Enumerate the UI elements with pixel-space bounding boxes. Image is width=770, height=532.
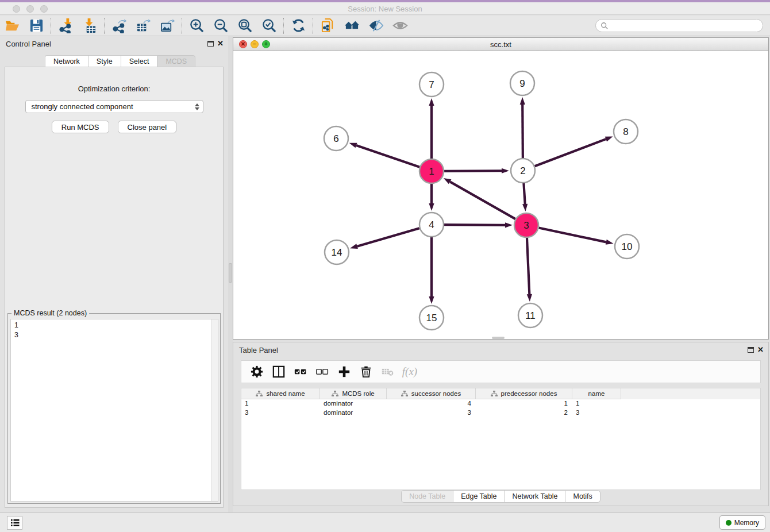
network-canvas[interactable]: 7968124314101511 <box>233 51 768 339</box>
edge-arrowhead <box>606 240 614 245</box>
column-header-name[interactable]: name <box>572 388 621 399</box>
table-body: 1dominator4113dominator323 <box>241 399 760 418</box>
save-session-button[interactable] <box>24 16 48 36</box>
open-session-button[interactable] <box>0 16 24 36</box>
eye-icon <box>392 18 408 33</box>
delete-columns-button[interactable] <box>355 362 377 381</box>
memory-button[interactable]: Memory <box>719 515 765 530</box>
cell-successor-nodes[interactable]: 4 <box>387 399 476 408</box>
export-table-button[interactable] <box>131 16 155 36</box>
column-header-predecessor-nodes[interactable]: predecessor nodes <box>476 388 572 399</box>
divider-grip[interactable] <box>229 263 232 283</box>
search-box[interactable] <box>595 19 763 32</box>
tab-mcds[interactable]: MCDS <box>157 55 195 67</box>
edge-4-14[interactable] <box>357 228 419 246</box>
edge-1-2[interactable] <box>444 171 502 171</box>
edge-4-3[interactable] <box>444 225 505 225</box>
node-label-4: 4 <box>429 219 434 230</box>
hide-panel-button[interactable] <box>388 16 412 36</box>
cell-shared-name[interactable]: 3 <box>241 408 320 418</box>
result-line: 1 <box>14 321 218 330</box>
cell-predecessor-nodes[interactable]: 2 <box>476 408 572 418</box>
close-panel-icon[interactable]: ✕ <box>217 39 224 48</box>
function-builder-button[interactable]: f(x) <box>399 362 421 381</box>
cell-name[interactable]: 3 <box>572 408 621 418</box>
cell-name[interactable]: 1 <box>572 399 621 408</box>
mcds-panel-body: Optimization criterion: strongly connect… <box>5 67 224 508</box>
tab-network-table[interactable]: Network Table <box>505 490 565 503</box>
result-scrollbar[interactable] <box>211 319 218 501</box>
trash-icon <box>360 365 372 378</box>
panel-divider[interactable] <box>228 36 233 512</box>
network-view-window: ✕ − + scc.txt 7968124314101511 <box>233 37 769 340</box>
edge-3-1[interactable] <box>450 182 515 219</box>
select-all-columns-button[interactable] <box>290 362 311 381</box>
show-column-panel-button[interactable] <box>268 362 290 381</box>
column-header-MCDS-role[interactable]: MCDS role <box>320 388 387 399</box>
canvas-horizontal-scrollbar[interactable] <box>492 337 505 339</box>
home-button[interactable] <box>340 16 364 36</box>
export-network-button[interactable] <box>107 16 131 36</box>
export-image-button[interactable] <box>155 16 179 36</box>
column-label: name <box>588 390 605 397</box>
table-panel: Table Panel ✕ f(x) shared nameMCDS roles… <box>233 342 769 506</box>
criterion-select[interactable]: strongly connected component <box>25 100 203 113</box>
tab-edge-table[interactable]: Edge Table <box>453 490 504 503</box>
column-header-successor-nodes[interactable]: successor nodes <box>387 388 476 399</box>
mcds-result-group: MCDS result (2 nodes) 13 <box>7 313 221 504</box>
zoom-out-button[interactable] <box>209 16 233 36</box>
refresh-view-button[interactable] <box>286 16 310 36</box>
column-label: shared name <box>266 390 305 397</box>
float-table-panel-icon[interactable] <box>748 347 754 353</box>
deselect-all-columns-button[interactable] <box>311 362 333 381</box>
table-row[interactable]: 3dominator323 <box>241 408 760 418</box>
import-table-button[interactable] <box>78 16 102 36</box>
mcds-result-list[interactable]: 13 <box>10 319 218 502</box>
import-table-icon <box>82 18 98 33</box>
run-mcds-button[interactable]: Run MCDS <box>52 121 109 133</box>
close-panel-button[interactable]: Close panel <box>118 121 177 133</box>
add-column-button[interactable] <box>333 362 355 381</box>
column-header-shared-name[interactable]: shared name <box>241 388 320 399</box>
node-label-11: 11 <box>525 310 536 321</box>
zoom-selected-button[interactable] <box>257 16 281 36</box>
search-input[interactable] <box>609 21 763 31</box>
zoom-fit-button[interactable] <box>233 16 257 36</box>
application-window: Session: New Session Control Panel <box>0 0 770 532</box>
tab-motifs[interactable]: Motifs <box>565 490 600 503</box>
cell-shared-name[interactable]: 1 <box>241 399 320 408</box>
node-label-3: 3 <box>523 220 529 231</box>
edge-2-3[interactable] <box>523 183 525 204</box>
delete-table-button[interactable] <box>377 362 399 381</box>
cell-successor-nodes[interactable]: 3 <box>387 408 476 418</box>
tab-network[interactable]: Network <box>45 55 88 67</box>
import-network-button[interactable] <box>53 16 78 36</box>
edge-1-6[interactable] <box>356 145 419 167</box>
cell-predecessor-nodes[interactable]: 1 <box>476 399 572 408</box>
cell-MCDS-role[interactable]: dominator <box>320 408 387 418</box>
column-label: predecessor nodes <box>501 390 557 397</box>
cell-MCDS-role[interactable]: dominator <box>320 399 387 408</box>
tab-select[interactable]: Select <box>121 55 157 67</box>
float-panel-icon[interactable] <box>207 41 214 47</box>
edge-3-10[interactable] <box>539 228 606 242</box>
task-history-button[interactable] <box>7 516 22 530</box>
node-label-1: 1 <box>429 166 434 177</box>
edge-2-9[interactable] <box>522 105 523 158</box>
select-stepper-icon <box>195 103 199 110</box>
memory-label: Memory <box>734 519 759 527</box>
table-settings-button[interactable] <box>246 362 268 381</box>
tab-node-table[interactable]: Node Table <box>401 490 453 503</box>
save-icon <box>29 18 44 33</box>
table-row[interactable]: 1dominator411 <box>241 399 760 408</box>
zoom-in-button[interactable] <box>184 16 209 36</box>
node-table[interactable]: shared nameMCDS rolesuccessor nodesprede… <box>241 388 761 490</box>
list-icon <box>10 519 20 527</box>
edge-3-11[interactable] <box>527 238 529 294</box>
tab-style[interactable]: Style <box>88 55 121 67</box>
edge-arrowhead <box>505 222 513 228</box>
close-table-panel-icon[interactable]: ✕ <box>757 345 764 354</box>
show-graphics-details-button[interactable] <box>364 16 388 36</box>
clone-network-button[interactable] <box>315 16 340 36</box>
edge-2-8[interactable] <box>535 139 606 166</box>
